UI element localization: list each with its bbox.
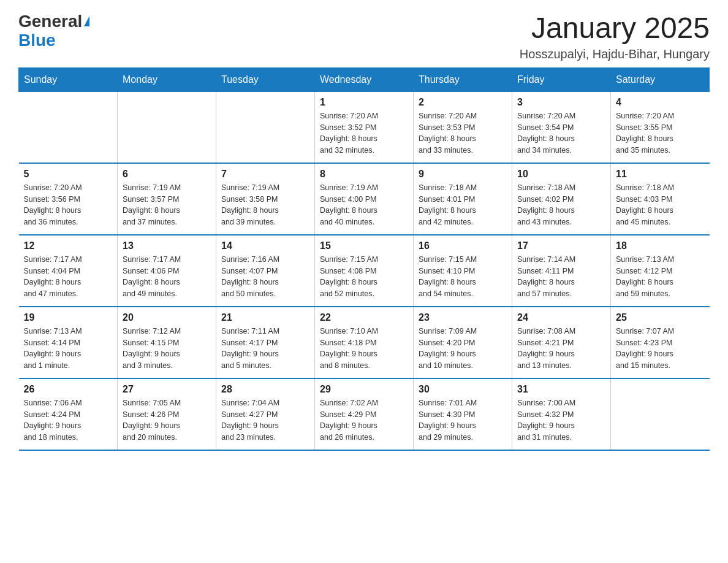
day-number: 9 <box>419 169 507 180</box>
day-cell-11: 11Sunrise: 7:18 AM Sunset: 4:03 PM Dayli… <box>611 163 710 235</box>
logo-triangle-icon <box>84 16 89 26</box>
day-cell-22: 22Sunrise: 7:10 AM Sunset: 4:18 PM Dayli… <box>315 307 414 378</box>
calendar-table: SundayMondayTuesdayWednesdayThursdayFrid… <box>18 67 710 451</box>
day-number: 30 <box>419 384 507 395</box>
day-info: Sunrise: 7:19 AM Sunset: 3:57 PM Dayligh… <box>123 182 211 228</box>
day-cell-14: 14Sunrise: 7:16 AM Sunset: 4:07 PM Dayli… <box>216 235 315 307</box>
header-day-friday: Friday <box>512 67 611 91</box>
day-info: Sunrise: 7:16 AM Sunset: 4:07 PM Dayligh… <box>221 254 309 300</box>
day-number: 15 <box>320 240 408 251</box>
day-cell-25: 25Sunrise: 7:07 AM Sunset: 4:23 PM Dayli… <box>611 307 710 378</box>
empty-cell <box>216 91 315 163</box>
location-title: Hosszupalyi, Hajdu-Bihar, Hungary <box>520 47 710 61</box>
week-row-2: 5Sunrise: 7:20 AM Sunset: 3:56 PM Daylig… <box>19 163 710 235</box>
header-day-tuesday: Tuesday <box>216 67 315 91</box>
day-info: Sunrise: 7:07 AM Sunset: 4:23 PM Dayligh… <box>616 326 705 372</box>
day-cell-12: 12Sunrise: 7:17 AM Sunset: 4:04 PM Dayli… <box>19 235 118 307</box>
day-number: 11 <box>616 169 705 180</box>
day-cell-3: 3Sunrise: 7:20 AM Sunset: 3:54 PM Daylig… <box>512 91 611 163</box>
day-cell-15: 15Sunrise: 7:15 AM Sunset: 4:08 PM Dayli… <box>315 235 414 307</box>
day-info: Sunrise: 7:18 AM Sunset: 4:01 PM Dayligh… <box>419 182 507 228</box>
day-cell-28: 28Sunrise: 7:04 AM Sunset: 4:27 PM Dayli… <box>216 378 315 450</box>
day-number: 21 <box>221 312 309 323</box>
day-number: 13 <box>123 240 211 251</box>
day-info: Sunrise: 7:05 AM Sunset: 4:26 PM Dayligh… <box>123 397 211 443</box>
day-info: Sunrise: 7:14 AM Sunset: 4:11 PM Dayligh… <box>517 254 605 300</box>
week-row-5: 26Sunrise: 7:06 AM Sunset: 4:24 PM Dayli… <box>19 378 710 450</box>
day-number: 4 <box>616 97 705 108</box>
day-number: 31 <box>517 384 605 395</box>
week-row-1: 1Sunrise: 7:20 AM Sunset: 3:52 PM Daylig… <box>19 91 710 163</box>
header-day-wednesday: Wednesday <box>315 67 414 91</box>
day-number: 12 <box>24 240 113 251</box>
day-number: 23 <box>419 312 507 323</box>
day-cell-27: 27Sunrise: 7:05 AM Sunset: 4:26 PM Dayli… <box>118 378 216 450</box>
day-number: 29 <box>320 384 408 395</box>
day-cell-1: 1Sunrise: 7:20 AM Sunset: 3:52 PM Daylig… <box>315 91 414 163</box>
day-info: Sunrise: 7:02 AM Sunset: 4:29 PM Dayligh… <box>320 397 408 443</box>
day-cell-19: 19Sunrise: 7:13 AM Sunset: 4:14 PM Dayli… <box>19 307 118 378</box>
month-title: January 2025 <box>520 12 710 45</box>
day-info: Sunrise: 7:00 AM Sunset: 4:32 PM Dayligh… <box>517 397 605 443</box>
empty-cell <box>611 378 710 450</box>
day-number: 7 <box>221 169 309 180</box>
day-cell-26: 26Sunrise: 7:06 AM Sunset: 4:24 PM Dayli… <box>19 378 118 450</box>
day-number: 18 <box>616 240 705 251</box>
day-info: Sunrise: 7:20 AM Sunset: 3:54 PM Dayligh… <box>517 110 605 156</box>
day-cell-18: 18Sunrise: 7:13 AM Sunset: 4:12 PM Dayli… <box>611 235 710 307</box>
day-cell-30: 30Sunrise: 7:01 AM Sunset: 4:30 PM Dayli… <box>414 378 512 450</box>
day-cell-21: 21Sunrise: 7:11 AM Sunset: 4:17 PM Dayli… <box>216 307 315 378</box>
day-number: 27 <box>123 384 211 395</box>
day-cell-7: 7Sunrise: 7:19 AM Sunset: 3:58 PM Daylig… <box>216 163 315 235</box>
header-row: SundayMondayTuesdayWednesdayThursdayFrid… <box>19 67 710 91</box>
calendar-body: 1Sunrise: 7:20 AM Sunset: 3:52 PM Daylig… <box>19 91 710 450</box>
day-cell-5: 5Sunrise: 7:20 AM Sunset: 3:56 PM Daylig… <box>19 163 118 235</box>
day-info: Sunrise: 7:04 AM Sunset: 4:27 PM Dayligh… <box>221 397 309 443</box>
day-cell-2: 2Sunrise: 7:20 AM Sunset: 3:53 PM Daylig… <box>414 91 512 163</box>
day-info: Sunrise: 7:15 AM Sunset: 4:08 PM Dayligh… <box>320 254 408 300</box>
day-info: Sunrise: 7:17 AM Sunset: 4:04 PM Dayligh… <box>24 254 113 300</box>
empty-cell <box>118 91 216 163</box>
day-number: 10 <box>517 169 605 180</box>
day-number: 24 <box>517 312 605 323</box>
day-number: 5 <box>24 169 113 180</box>
day-info: Sunrise: 7:20 AM Sunset: 3:52 PM Dayligh… <box>320 110 408 156</box>
header-day-sunday: Sunday <box>19 67 118 91</box>
empty-cell <box>19 91 118 163</box>
logo-general: General <box>18 12 82 31</box>
day-cell-16: 16Sunrise: 7:15 AM Sunset: 4:10 PM Dayli… <box>414 235 512 307</box>
day-cell-24: 24Sunrise: 7:08 AM Sunset: 4:21 PM Dayli… <box>512 307 611 378</box>
day-info: Sunrise: 7:12 AM Sunset: 4:15 PM Dayligh… <box>123 326 211 372</box>
day-number: 19 <box>24 312 113 323</box>
day-info: Sunrise: 7:20 AM Sunset: 3:56 PM Dayligh… <box>24 182 113 228</box>
day-info: Sunrise: 7:09 AM Sunset: 4:20 PM Dayligh… <box>419 326 507 372</box>
day-cell-4: 4Sunrise: 7:20 AM Sunset: 3:55 PM Daylig… <box>611 91 710 163</box>
day-number: 6 <box>123 169 211 180</box>
day-number: 8 <box>320 169 408 180</box>
day-number: 26 <box>24 384 113 395</box>
day-number: 2 <box>419 97 507 108</box>
day-info: Sunrise: 7:17 AM Sunset: 4:06 PM Dayligh… <box>123 254 211 300</box>
day-cell-13: 13Sunrise: 7:17 AM Sunset: 4:06 PM Dayli… <box>118 235 216 307</box>
day-info: Sunrise: 7:20 AM Sunset: 3:55 PM Dayligh… <box>616 110 705 156</box>
day-info: Sunrise: 7:13 AM Sunset: 4:14 PM Dayligh… <box>24 326 113 372</box>
day-info: Sunrise: 7:08 AM Sunset: 4:21 PM Dayligh… <box>517 326 605 372</box>
day-number: 22 <box>320 312 408 323</box>
week-row-4: 19Sunrise: 7:13 AM Sunset: 4:14 PM Dayli… <box>19 307 710 378</box>
header-day-thursday: Thursday <box>414 67 512 91</box>
day-cell-20: 20Sunrise: 7:12 AM Sunset: 4:15 PM Dayli… <box>118 307 216 378</box>
logo-blue: Blue <box>18 31 89 50</box>
page-header: General Blue January 2025 Hosszupalyi, H… <box>18 12 710 61</box>
day-number: 25 <box>616 312 705 323</box>
day-number: 20 <box>123 312 211 323</box>
day-number: 14 <box>221 240 309 251</box>
day-number: 1 <box>320 97 408 108</box>
day-info: Sunrise: 7:13 AM Sunset: 4:12 PM Dayligh… <box>616 254 705 300</box>
day-info: Sunrise: 7:15 AM Sunset: 4:10 PM Dayligh… <box>419 254 507 300</box>
day-cell-10: 10Sunrise: 7:18 AM Sunset: 4:02 PM Dayli… <box>512 163 611 235</box>
day-number: 3 <box>517 97 605 108</box>
day-info: Sunrise: 7:19 AM Sunset: 3:58 PM Dayligh… <box>221 182 309 228</box>
day-number: 28 <box>221 384 309 395</box>
day-info: Sunrise: 7:11 AM Sunset: 4:17 PM Dayligh… <box>221 326 309 372</box>
day-number: 17 <box>517 240 605 251</box>
